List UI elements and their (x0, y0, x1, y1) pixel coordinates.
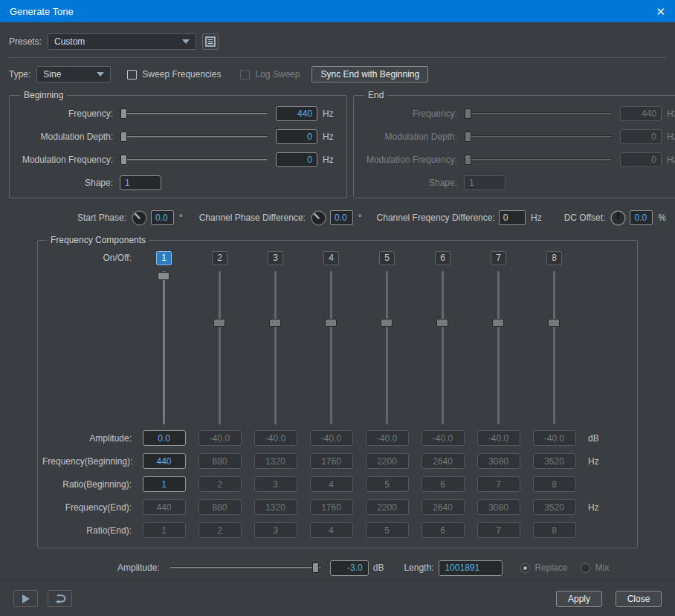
component-6-toggle[interactable]: 6 (435, 251, 450, 265)
end-mod-freq-row: Modulation Frequency: 0 Hz (360, 148, 675, 171)
start-phase-unit: ° (179, 213, 183, 223)
start-phase-input[interactable]: 0.0 (151, 210, 174, 225)
mod-freq-input[interactable]: 0 (276, 152, 317, 167)
master-amplitude-label: Amplitude: (117, 562, 160, 573)
start-phase-label: Start Phase: (77, 213, 126, 223)
component-1-toggle[interactable]: 1 (156, 251, 172, 265)
replace-radio-group: Replace (520, 562, 567, 573)
slider-handle[interactable] (120, 132, 127, 142)
start-phase-knob-icon[interactable] (132, 210, 147, 226)
action-buttons: Apply Close (556, 591, 662, 607)
component-6-freq-begin-input: 2640 (422, 453, 465, 469)
component-6-amplitude-slider (436, 271, 449, 424)
slider-track (464, 112, 613, 115)
close-icon[interactable]: ✕ (656, 6, 665, 17)
mod-freq-label: Modulation Frequency: (16, 155, 120, 165)
preview-play-button[interactable] (13, 590, 38, 607)
loop-playback-button[interactable] (48, 590, 72, 607)
component-1-amplitude-input[interactable]: 0.0 (143, 430, 186, 446)
sweep-frequencies-checkbox[interactable] (127, 70, 137, 80)
component-3-ratio-end-input: 3 (254, 522, 297, 538)
component-2-toggle[interactable]: 2 (212, 251, 227, 265)
slider-track (386, 271, 388, 424)
slider-track (120, 158, 268, 161)
component-7-toggle[interactable]: 7 (491, 251, 506, 265)
component-1-amplitude-slider[interactable] (158, 271, 170, 424)
channel-phase-knob-icon[interactable] (311, 210, 326, 226)
end-group: End Frequency: 440 Hz Modulation Depth: (353, 90, 675, 198)
dialog-title: Generate Tone (10, 6, 74, 17)
component-4-amplitude-slider (325, 271, 338, 424)
slider-handle (492, 319, 504, 327)
component-6-freq-end-input: 2640 (422, 499, 465, 515)
component-4-toggle[interactable]: 4 (323, 251, 339, 265)
mod-freq-slider (464, 155, 613, 165)
component-1-freq-begin-input[interactable]: 440 (143, 453, 186, 469)
ratio-beginning-label: Ratio(Beginning): (42, 479, 136, 490)
mix-radio (581, 563, 590, 573)
presets-dropdown[interactable]: Custom (48, 33, 196, 50)
slider-handle (269, 319, 281, 327)
amplitude-row-unit: dB (582, 433, 633, 444)
frequency-components-group: Frequency Components On/Off: 1 2 3 4 5 6… (37, 235, 638, 548)
preset-menu-button[interactable] (202, 33, 219, 50)
shape-input: 1 (464, 175, 506, 190)
beginning-frequency-row: Frequency: 440 Hz (16, 102, 340, 125)
frequency-label: Frequency: (360, 108, 464, 119)
apply-button[interactable]: Apply (556, 591, 602, 607)
component-8-toggle[interactable]: 8 (546, 251, 562, 265)
slider-handle (436, 319, 448, 327)
component-5-toggle[interactable]: 5 (379, 251, 395, 265)
length-input[interactable]: 1001891 (439, 560, 503, 576)
channel-phase-input[interactable]: 0.0 (330, 210, 353, 225)
sync-end-with-beginning-button[interactable]: Sync End with Beginning (311, 66, 428, 82)
slider-track (442, 271, 444, 424)
component-7-freq-begin-input: 3080 (477, 453, 520, 469)
log-sweep-checkbox (240, 70, 250, 80)
end-frequency-row: Frequency: 440 Hz (360, 102, 675, 125)
mod-freq-unit: Hz (323, 155, 340, 165)
component-4-freq-end-input: 1760 (310, 499, 353, 515)
shape-input[interactable]: 1 (120, 175, 161, 190)
component-3-freq-begin-input: 1320 (254, 453, 297, 469)
slider-handle (465, 132, 471, 142)
channel-freq-diff-input[interactable]: 0 (499, 210, 526, 225)
frequency-slider (464, 108, 613, 119)
channel-phase-label: Channel Phase Difference: (199, 213, 306, 223)
end-mod-depth-row: Modulation Depth: 0 Hz (360, 125, 675, 148)
dc-offset-knob-icon[interactable] (610, 210, 626, 226)
component-3-ratio-begin-input: 3 (254, 476, 297, 492)
component-3-toggle[interactable]: 3 (268, 251, 283, 265)
component-7-ratio-begin-input: 7 (477, 476, 520, 492)
loop-icon (54, 594, 66, 604)
close-button[interactable]: Close (616, 591, 662, 607)
slider-handle (465, 155, 471, 165)
slider-track (553, 271, 555, 424)
slider-handle[interactable] (120, 155, 127, 165)
slider-track (274, 271, 277, 424)
master-amplitude-slider[interactable] (169, 562, 322, 574)
component-6-ratio-begin-input: 6 (422, 476, 465, 492)
component-1-ratio-end-input: 1 (143, 522, 186, 538)
dialog-content: Presets: Custom Type: Sine (0, 22, 675, 580)
frequency-beginning-label: Frequency(Beginning): (42, 456, 136, 467)
channel-phase-unit: ° (358, 213, 362, 223)
slider-handle[interactable] (120, 108, 127, 119)
frequency-input[interactable]: 440 (276, 106, 317, 121)
dc-offset-label: DC Offset: (564, 213, 606, 223)
component-1-ratio-begin-input[interactable]: 1 (143, 476, 186, 492)
mod-freq-slider[interactable] (120, 155, 268, 165)
frequency-slider[interactable] (120, 108, 268, 119)
master-amplitude-input[interactable]: -3.0 (330, 560, 369, 576)
mod-depth-input[interactable]: 0 (276, 129, 317, 144)
sweep-frequencies-checkbox-group: Sweep Frequencies (127, 69, 221, 80)
dc-offset-input[interactable]: 0.0 (630, 210, 653, 225)
slider-handle[interactable] (158, 272, 169, 280)
slider-handle[interactable] (312, 562, 319, 573)
master-row: Amplitude: -3.0 dB Length: 1001891 Repla… (9, 559, 666, 577)
type-dropdown[interactable]: Sine (36, 66, 111, 82)
component-2-ratio-begin-input: 2 (198, 476, 242, 492)
mod-depth-slider[interactable] (120, 132, 268, 142)
component-8-ratio-end-input: 8 (533, 522, 576, 538)
slider-track (464, 135, 613, 138)
